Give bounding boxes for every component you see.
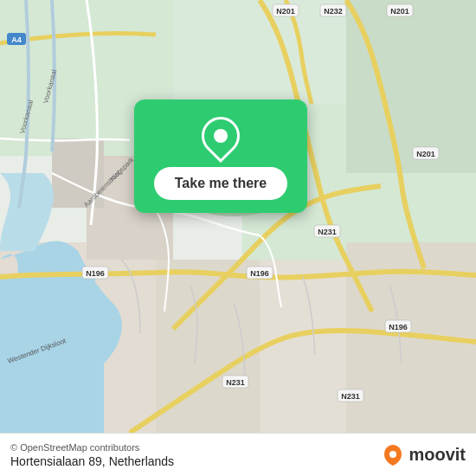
svg-text:N232: N232 bbox=[324, 7, 343, 16]
moovit-text: moovit bbox=[408, 445, 466, 465]
location-pin bbox=[194, 109, 248, 163]
svg-text:N201: N201 bbox=[276, 7, 295, 16]
map-svg: A4 N196 N196 N196 N201 N201 N201 N231 N2… bbox=[0, 0, 476, 433]
svg-text:N196: N196 bbox=[86, 269, 105, 278]
svg-point-40 bbox=[389, 451, 396, 458]
popup-card: Take me there bbox=[134, 100, 307, 213]
pin-inner bbox=[214, 129, 228, 143]
svg-rect-7 bbox=[260, 260, 346, 433]
svg-text:N196: N196 bbox=[389, 323, 408, 331]
moovit-logo: moovit bbox=[381, 443, 466, 467]
svg-rect-4 bbox=[346, 0, 476, 173]
svg-text:N201: N201 bbox=[416, 150, 435, 158]
svg-text:N196: N196 bbox=[250, 269, 269, 278]
address-text: Hortensialaan 89, Netherlands bbox=[10, 454, 174, 468]
map-container: A4 N196 N196 N196 N201 N201 N201 N231 N2… bbox=[0, 0, 476, 433]
svg-text:N201: N201 bbox=[390, 7, 409, 16]
svg-text:N231: N231 bbox=[318, 228, 337, 236]
svg-text:A4: A4 bbox=[11, 35, 22, 44]
map-attribution: © OpenStreetMap contributors bbox=[10, 442, 174, 453]
bottom-bar: © OpenStreetMap contributors Hortensiala… bbox=[0, 433, 476, 476]
moovit-icon bbox=[381, 443, 405, 467]
take-me-there-button[interactable]: Take me there bbox=[154, 167, 287, 200]
svg-text:N231: N231 bbox=[341, 392, 360, 401]
svg-text:N231: N231 bbox=[226, 378, 245, 387]
